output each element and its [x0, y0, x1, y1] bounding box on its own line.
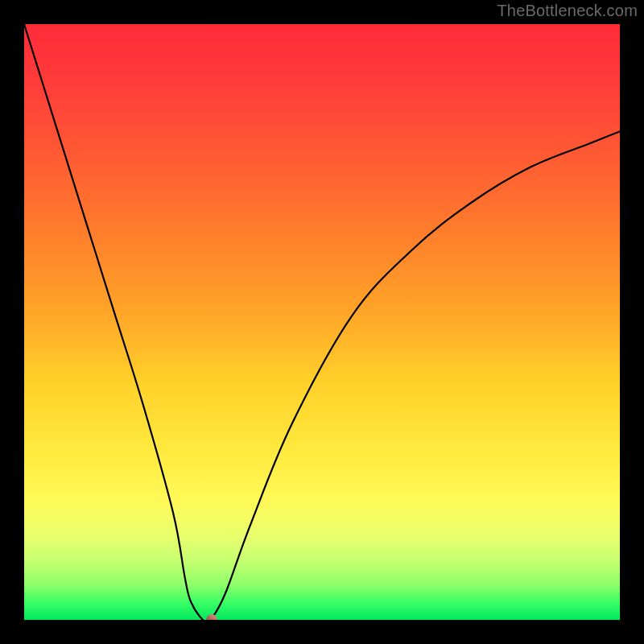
watermark-text: TheBottleneck.com — [497, 2, 638, 20]
plot-area — [24, 24, 620, 620]
chart-frame: TheBottleneck.com — [0, 0, 644, 644]
bottleneck-curve — [24, 24, 620, 620]
minimum-marker — [206, 614, 217, 620]
